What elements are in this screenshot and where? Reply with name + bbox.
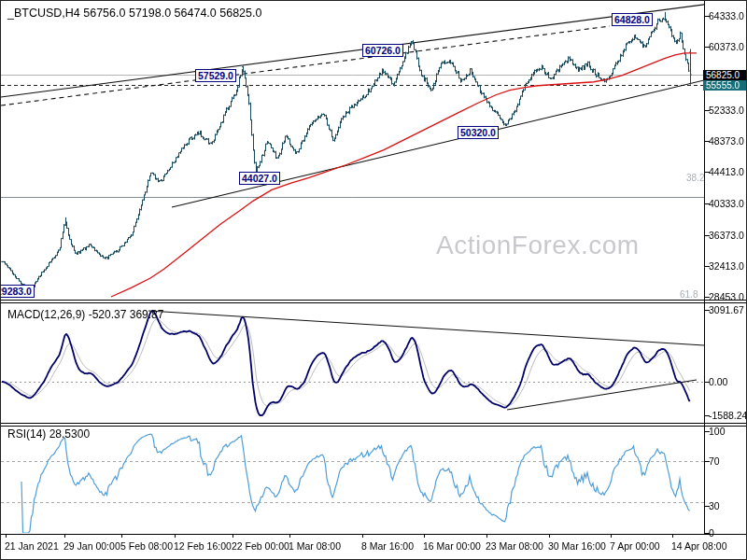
x-axis-tick: 21 Jan 2021 xyxy=(5,540,59,552)
rsi-indicator-label: RSI(14) 28.5300 xyxy=(7,427,90,441)
y-axis-tick: 28453.0 xyxy=(709,291,744,302)
rsi-axis-tick: 0 xyxy=(709,527,714,539)
x-axis-tick: 22 Feb 00:00 xyxy=(232,540,289,552)
macd-axis-tick: 0.00 xyxy=(709,376,727,387)
x-axis-tick: 30 Mar 16:00 xyxy=(548,540,606,552)
watermark: ActionForex.com xyxy=(436,231,640,260)
x-axis-tick: 12 Feb 16:00 xyxy=(174,540,232,552)
rsi-axis-tick: 30 xyxy=(709,500,720,511)
macd-indicator-label: MACD(12,26,9) -520.37 369.87 xyxy=(7,308,163,321)
x-axis-tick: 23 Mar 08:00 xyxy=(486,540,543,552)
current-price-tag: 56825.0 xyxy=(703,70,747,80)
y-axis-tick: 32413.0 xyxy=(709,260,744,272)
y-axis-tick: 36373.0 xyxy=(709,230,744,241)
y-axis-tick: 44413.0 xyxy=(709,166,744,177)
x-axis-tick: 14 Apr 08:00 xyxy=(671,540,727,552)
x-axis-tick: 1 Mar 08:00 xyxy=(289,540,341,552)
price-level-label: 44027.0 xyxy=(239,172,280,185)
price-level-label: 50320.0 xyxy=(458,126,499,139)
rsi-axis-tick: 100 xyxy=(709,426,726,437)
x-axis-tick: 7 Apr 00:00 xyxy=(610,540,660,552)
price-level-label: 29283.0 xyxy=(0,285,35,298)
x-axis-tick: 16 Mar 00:00 xyxy=(423,540,481,552)
price-level-label: 57529.0 xyxy=(195,69,236,82)
price-level-label: 60726.0 xyxy=(362,44,403,57)
x-axis-tick: 5 Feb 08:00 xyxy=(120,540,173,552)
x-axis-tick: 29 Jan 00:00 xyxy=(63,540,120,552)
chart-window: _BTCUSD,H4 56756.0 57198.0 56474.0 56825… xyxy=(0,0,747,560)
support-price-tag: 55555.0 xyxy=(703,80,747,91)
y-axis-tick: 40333.0 xyxy=(709,198,744,209)
fib-61-label: 61.8 xyxy=(680,289,698,300)
y-axis-tick: 64333.0 xyxy=(709,10,744,21)
price-level-label: 64828.0 xyxy=(612,13,653,26)
chart-canvas[interactable] xyxy=(1,1,746,559)
macd-axis-tick: -1588.24 xyxy=(709,410,747,421)
x-axis-tick: 8 Mar 16:00 xyxy=(361,540,414,552)
fib-38-label: 38.2 xyxy=(686,173,704,183)
y-axis-tick: 60373.0 xyxy=(709,41,744,52)
macd-axis-tick: 3091.67 xyxy=(709,304,744,315)
y-axis-tick: 48373.0 xyxy=(709,135,744,147)
rsi-axis-tick: 70 xyxy=(709,455,720,467)
y-axis-tick: 52333.0 xyxy=(709,105,744,116)
symbol-title: _BTCUSD,H4 56756.0 57198.0 56474.0 56825… xyxy=(7,7,261,20)
